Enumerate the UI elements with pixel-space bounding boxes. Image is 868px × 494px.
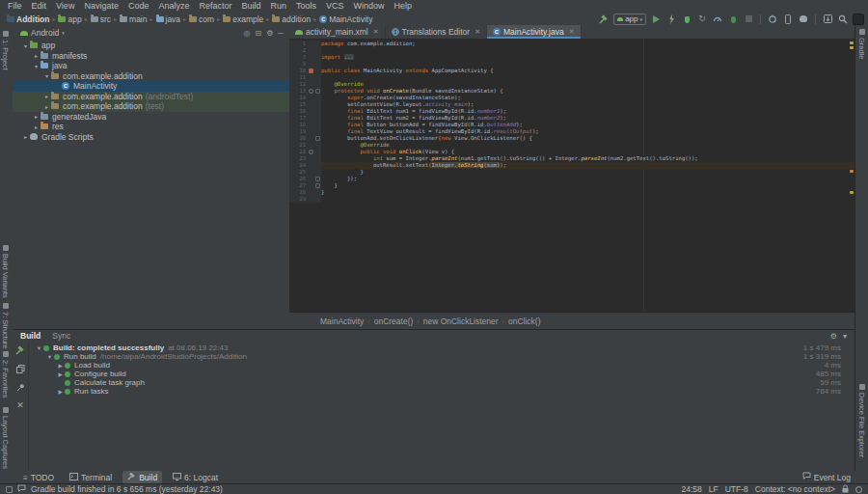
build-panel-tab-sync[interactable]: Sync [52, 331, 70, 341]
menu-item-build[interactable]: Build [236, 0, 265, 13]
close-icon[interactable]: ✕ [14, 399, 26, 411]
tool-window-button-build[interactable]: Build [122, 471, 162, 483]
code-line[interactable]: 28} [289, 189, 854, 196]
chevron-expanded-icon[interactable]: ▾ [42, 72, 51, 79]
breadcrumb-item-addition[interactable]: addition [271, 14, 312, 24]
rerun-build-icon[interactable] [14, 344, 26, 356]
warning-stripe-mark[interactable] [850, 191, 854, 194]
breadcrumb-item-Addition[interactable]: Addition [6, 14, 50, 24]
menu-item-edit[interactable]: Edit [27, 0, 52, 13]
toggle-tool-buttons-icon[interactable] [6, 486, 13, 493]
menu-item-window[interactable]: Window [349, 0, 390, 13]
sdk-manager-icon[interactable] [822, 14, 833, 25]
breadcrumb-item-java[interactable]: java [155, 14, 182, 24]
breadcrumb-MainActivity[interactable]: MainActivity [320, 316, 364, 326]
stop-icon[interactable] [743, 14, 754, 25]
chevron-collapsed-icon[interactable]: ▶ [56, 363, 65, 369]
code-line[interactable]: 22 public void onClick(View v) { [289, 149, 854, 155]
chevron-expanded-icon[interactable]: ▾ [21, 42, 30, 49]
lock-icon[interactable] [842, 484, 849, 494]
code-line[interactable]: 3import ... [289, 54, 854, 61]
code-line[interactable]: 16 final EditText num1 = findViewById(R.… [289, 108, 854, 115]
code-line[interactable]: 21 @Override [289, 142, 854, 149]
build-panel-tab-build[interactable]: Build [20, 331, 41, 341]
code-line[interactable]: 19 final TextView outResult = findViewBy… [289, 128, 854, 135]
indicator-circle-icon[interactable] [855, 486, 862, 493]
menu-item-analyze[interactable]: Analyze [153, 0, 194, 13]
code-line[interactable]: 1package com.example.addition; [289, 41, 854, 47]
build-row-Calculate-task-graph[interactable]: Calculate task graph59 ms [29, 378, 854, 387]
code-line[interactable]: 24 outResult.setText(Integer.toString(su… [289, 162, 854, 169]
breadcrumb-item-example[interactable]: example [222, 14, 264, 24]
tree-row-res[interactable]: ▸res [13, 122, 289, 132]
pin-icon[interactable] [14, 381, 26, 393]
tool-window-button-todo[interactable]: ≡TODO [18, 472, 59, 483]
menu-item-view[interactable]: View [51, 0, 79, 13]
close-icon[interactable]: ✕ [569, 28, 575, 36]
build-row-Run-build[interactable]: ▼Run build/home/alpa/AndroidStudioProjec… [29, 352, 854, 361]
status-message[interactable]: Gradle build finished in 6 s 656 ms (yes… [31, 484, 223, 494]
tree-row-com-example-addition[interactable]: ▸com.example.addition(androidTest) [13, 92, 289, 102]
copy-icon[interactable] [14, 363, 26, 374]
menu-item-run[interactable]: Run [266, 0, 292, 13]
breadcrumb-onCreate-[interactable]: onCreate() [374, 316, 414, 326]
collapse-icon[interactable]: ▾ [843, 332, 847, 341]
tool-window-button-6-logcat[interactable]: 6: Logcat [168, 472, 223, 483]
code-line[interactable]: 27 } [289, 182, 854, 189]
menu-item-vcs[interactable]: VCS [321, 0, 349, 13]
tree-row-java[interactable]: ▾java [13, 61, 289, 71]
run-configuration-selector[interactable]: app▾ [613, 14, 646, 25]
attach-debugger-icon[interactable] [767, 14, 778, 25]
code-line[interactable]: 2 [289, 47, 854, 54]
code-editor[interactable]: 1package com.example.addition;23import .… [289, 39, 854, 312]
tree-row-manifests[interactable]: ▸manifests [13, 51, 289, 62]
breadcrumb-item-com[interactable]: com [188, 14, 215, 24]
menu-item-navigate[interactable]: Navigate [79, 0, 123, 13]
avd-manager-icon[interactable] [782, 14, 794, 25]
apply-changes-icon[interactable] [665, 14, 677, 25]
context-widget[interactable]: Context: <no context> [755, 484, 835, 494]
breadcrumb-item-MainActivity[interactable]: CMainActivity [318, 14, 373, 24]
close-icon[interactable]: ✕ [373, 28, 379, 36]
tool-stripe-button-layout-captures[interactable]: Layout Captures [1, 407, 10, 469]
code-line[interactable]: 15 setContentView(R.layout.activity_main… [289, 101, 854, 108]
breadcrumb-onClick-[interactable]: onClick() [508, 316, 541, 326]
fold-marker[interactable] [314, 182, 321, 189]
chevron-collapsed-icon[interactable]: ▸ [42, 103, 51, 110]
code-line[interactable]: 18 final Button buttonAdd = findViewById… [289, 122, 854, 128]
code-line[interactable]: 9 [289, 61, 854, 68]
chevron-expanded-icon[interactable]: ▾ [32, 63, 41, 69]
warning-stripe-mark[interactable] [850, 170, 854, 173]
breadcrumb-item-main[interactable]: main [119, 14, 148, 24]
tool-stripe-button-1-project[interactable]: 1: Project [1, 31, 10, 70]
tool-stripe-button-2-favorites[interactable]: 2: Favorites [1, 351, 10, 398]
event-log-button[interactable]: Event Log [802, 472, 868, 482]
editor-tab-activity-main-xml[interactable]: activity_main.xml✕ [289, 25, 386, 39]
warning-stripe-mark[interactable] [850, 46, 854, 49]
coverage-icon[interactable] [727, 14, 739, 25]
menu-item-tools[interactable]: Tools [291, 0, 321, 13]
tree-row-com-example-addition[interactable]: ▾com.example.addition [13, 71, 289, 82]
tool-stripe-button-7-structure[interactable]: 7: Structure [1, 303, 10, 349]
menu-item-code[interactable]: Code [123, 0, 154, 13]
code-line[interactable]: 23 int sum = Integer.parseInt(num1.getTe… [289, 155, 854, 162]
settings-gear-icon[interactable]: ⚙ [830, 332, 837, 341]
tool-window-button-terminal[interactable]: Terminal [65, 472, 117, 483]
code-line[interactable]: 26 }); [289, 176, 854, 182]
breadcrumb-item-app[interactable]: app [57, 14, 82, 24]
code-line[interactable]: 29 [289, 196, 854, 203]
chevron-collapsed-icon[interactable]: ▶ [56, 371, 65, 377]
tree-row-app[interactable]: ▾app [13, 41, 289, 51]
build-row-Configure-build[interactable]: ▶Configure build485 ms [29, 370, 854, 378]
debug-icon[interactable] [681, 14, 692, 25]
chevron-collapsed-icon[interactable]: ▸ [32, 124, 41, 130]
editor-tab-Translations-Editor[interactable]: Translations Editor✕ [386, 25, 487, 39]
tool-stripe-button-gradle[interactable]: Gradle [857, 29, 866, 60]
build-row-Load-build[interactable]: ▶Load build4 ms [29, 361, 854, 370]
tree-row-generatedJava[interactable]: ▸generatedJava [13, 112, 289, 123]
fold-marker[interactable] [314, 176, 321, 182]
code-line[interactable]: 20 buttonAdd.setOnClickListener(new View… [289, 135, 854, 142]
chevron-collapsed-icon[interactable]: ▸ [21, 133, 30, 140]
code-line[interactable]: 14 super.onCreate(savedInstanceState); [289, 95, 854, 101]
menu-item-refactor[interactable]: Refactor [194, 0, 236, 13]
